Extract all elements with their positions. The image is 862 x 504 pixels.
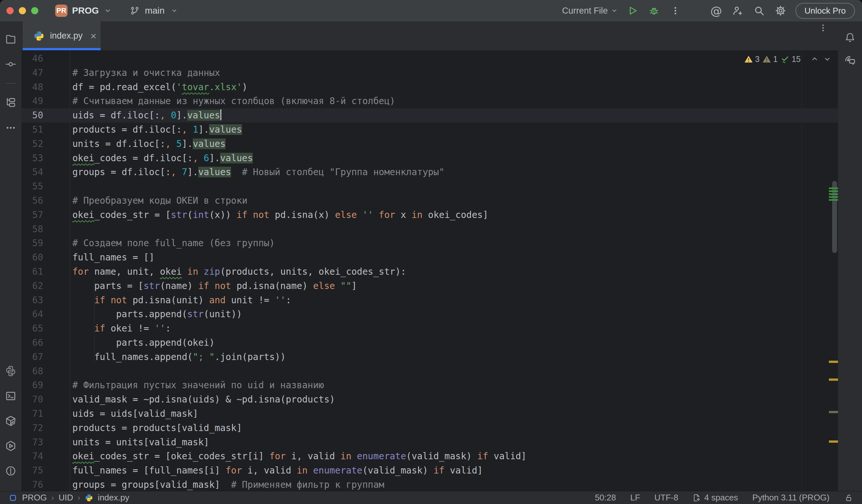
breadcrumb-folder[interactable]: UID	[59, 493, 73, 503]
project-chevron-down-icon[interactable]	[101, 4, 114, 17]
code-line[interactable]: 75full_names = [full_names[i] for i, val…	[22, 463, 838, 478]
line-number: 60	[22, 250, 43, 265]
code-line[interactable]: 76groups = groups[valid_mask] # Применяе…	[22, 478, 838, 491]
code-line[interactable]: 55	[22, 180, 838, 194]
code-line[interactable]: 48df = pd.read_excel('tovar.xlsx')	[22, 80, 838, 94]
run-button[interactable]	[626, 4, 639, 17]
run-configuration-select[interactable]: Current File	[562, 6, 618, 16]
tab-index-py[interactable]: index.py ×	[23, 22, 101, 50]
weak-warnings-group[interactable]: 1	[762, 54, 778, 64]
code-line[interactable]: 54groups = df.iloc[:, 7].values # Новый …	[22, 165, 838, 180]
tab-options-icon[interactable]	[817, 22, 830, 35]
line-number: 49	[22, 94, 43, 108]
commit-tool-window-icon[interactable]	[4, 58, 17, 71]
usage-stripe-mark[interactable]	[829, 199, 838, 201]
code-line[interactable]: 74okei_codes_str = [okei_codes_str[i] fo…	[22, 449, 838, 463]
code-line[interactable]: 58	[22, 222, 838, 236]
debug-button[interactable]	[648, 4, 661, 17]
code-line[interactable]: 73units = units[valid_mask]	[22, 435, 838, 450]
close-window-button[interactable]	[6, 7, 14, 14]
previous-problem-chevron-up-icon[interactable]	[810, 54, 820, 64]
ai-assistant-chat-icon[interactable]	[844, 54, 857, 67]
interpreter-widget[interactable]: Python 3.11 (PROG)	[752, 493, 830, 503]
code-line[interactable]: 62 parts = [str(name) if not pd.isna(nam…	[22, 279, 838, 293]
code-lines: 4647# Загрузка и очистка данных48df = pd…	[22, 50, 838, 491]
code-text: full_names = [full_names[i] for i, valid…	[73, 463, 483, 478]
breadcrumb[interactable]: PROG › UID › index.py	[9, 493, 129, 503]
minimize-window-button[interactable]	[19, 7, 26, 14]
usage-stripe-mark[interactable]	[829, 196, 838, 198]
next-problem-chevron-down-icon[interactable]	[822, 54, 832, 64]
file-settings-icon	[693, 494, 701, 502]
right-tool-window-stripe	[838, 22, 862, 491]
project-badge[interactable]: PR	[55, 4, 67, 17]
search-everywhere-icon[interactable]	[753, 4, 766, 17]
code-line[interactable]: 60full_names = []	[22, 250, 838, 265]
code-line[interactable]: 67 full_names.append("; ".join(parts))	[22, 350, 838, 364]
code-line[interactable]: 56# Преобразуем коды ОКЕИ в строки	[22, 194, 838, 208]
more-actions-button[interactable]	[669, 4, 682, 17]
encoding-widget[interactable]: UTF-8	[654, 493, 678, 503]
warning-stripe-mark[interactable]	[829, 361, 838, 363]
left-tool-window-stripe	[0, 22, 22, 491]
code-text: units = units[valid_mask]	[73, 435, 209, 450]
typos-group[interactable]: 15	[781, 54, 801, 64]
usage-stripe-mark[interactable]	[829, 187, 838, 189]
usage-stripe-mark[interactable]	[829, 193, 838, 195]
breadcrumb-file[interactable]: index.py	[98, 493, 129, 503]
code-line[interactable]: 51products = df.iloc[:, 1].values	[22, 123, 838, 137]
code-line[interactable]: 50uids = df.iloc[:, 0].values	[22, 108, 838, 123]
project-name[interactable]: PROG	[72, 5, 99, 16]
code-line[interactable]: 53okei_codes = df.iloc[:, 6].values	[22, 151, 838, 165]
code-line[interactable]: 46	[22, 52, 838, 66]
code-line[interactable]: 63 if not pd.isna(unit) and unit != '':	[22, 293, 838, 307]
code-line[interactable]: 66 parts.append(okei)	[22, 336, 838, 350]
code-editor[interactable]: 4647# Загрузка и очистка данных48df = pd…	[22, 50, 838, 491]
tab-close-icon[interactable]: ×	[91, 31, 97, 41]
vcs-widget[interactable]: main	[129, 4, 181, 17]
code-line[interactable]: 61for name, unit, okei in zip(products, …	[22, 265, 838, 279]
unlocked-padlock-icon[interactable]	[844, 493, 853, 503]
line-separator-widget[interactable]: LF	[630, 493, 640, 503]
line-number: 76	[22, 478, 43, 491]
python-console-icon[interactable]	[4, 364, 17, 377]
services-tool-window-icon[interactable]	[4, 439, 17, 452]
code-line[interactable]: 52units = df.iloc[:, 5].values	[22, 137, 838, 151]
inspections-widget[interactable]: 3 1 15	[744, 54, 832, 64]
indent-widget[interactable]: 4 spaces	[693, 493, 738, 503]
unlock-pro-button[interactable]: Unlock Pro	[795, 3, 855, 19]
breadcrumb-project[interactable]: PROG	[22, 493, 47, 503]
code-line[interactable]: 65 if okei != '':	[22, 321, 838, 336]
notifications-bell-icon[interactable]	[844, 31, 857, 44]
code-line[interactable]: 72products = products[valid_mask]	[22, 421, 838, 435]
more-tool-windows-icon[interactable]	[4, 121, 17, 134]
ai-assistant-icon[interactable]: @	[710, 4, 723, 17]
problems-tool-window-icon[interactable]	[4, 464, 17, 477]
code-text: uids = df.iloc[:, 0].values	[73, 108, 221, 123]
code-line[interactable]: 69# Фильтрация пустых значений по uid и …	[22, 378, 838, 393]
settings-gear-icon[interactable]	[774, 4, 787, 17]
code-line[interactable]: 64 parts.append(str(unit))	[22, 307, 838, 321]
structure-tool-window-icon[interactable]	[4, 96, 17, 109]
weak-warning-stripe-mark[interactable]	[829, 411, 838, 413]
terminal-tool-window-icon[interactable]	[4, 389, 17, 402]
warnings-group[interactable]: 3	[744, 54, 759, 64]
code-line[interactable]: 71uids = uids[valid_mask]	[22, 407, 838, 421]
code-with-me-icon[interactable]	[731, 4, 744, 17]
usage-stripe-mark[interactable]	[829, 190, 838, 192]
text-caret	[220, 109, 221, 120]
warning-stripe-mark[interactable]	[829, 440, 838, 443]
code-line[interactable]: 47# Загрузка и очистка данных	[22, 66, 838, 80]
python-packages-icon[interactable]	[4, 414, 17, 427]
project-tool-window-icon[interactable]	[4, 32, 17, 45]
branch-name[interactable]: main	[145, 5, 165, 16]
line-number: 57	[22, 208, 43, 222]
caret-position-widget[interactable]: 50:28	[595, 493, 616, 503]
warning-stripe-mark[interactable]	[829, 379, 838, 381]
code-line[interactable]: 68	[22, 364, 838, 379]
code-line[interactable]: 49# Считываем данные из нужных столбцов …	[22, 94, 838, 108]
code-line[interactable]: 70valid_mask = ~pd.isna(uids) & ~pd.isna…	[22, 393, 838, 407]
code-line[interactable]: 59# Создаем поле full_name (без группы)	[22, 236, 838, 250]
code-line[interactable]: 57okei_codes_str = [str(int(x)) if not p…	[22, 208, 838, 222]
zoom-window-button[interactable]	[31, 7, 38, 14]
